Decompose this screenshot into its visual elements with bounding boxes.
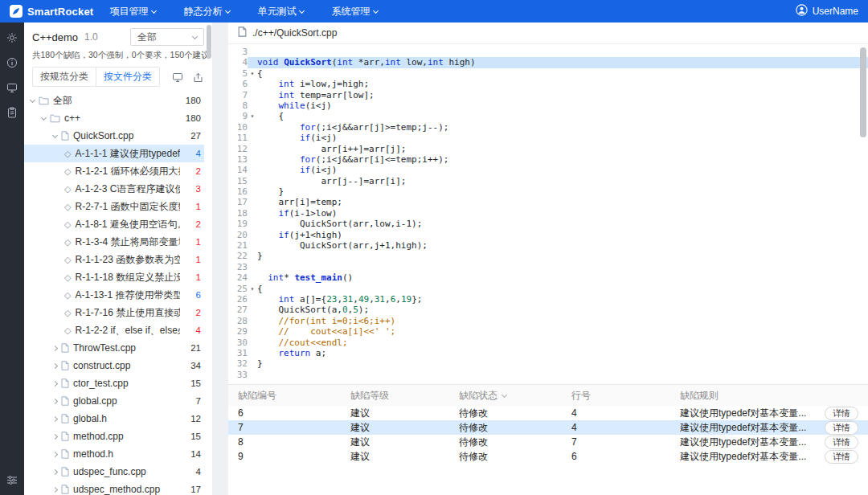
column-header-status[interactable]: 缺陷状态 xyxy=(459,389,571,403)
tree-item-file[interactable]: QuickSort.cpp27 xyxy=(24,127,204,145)
fold-icon[interactable]: ▾ xyxy=(248,68,257,79)
column-header-id: 缺陷编号 xyxy=(238,389,350,403)
tab-by-file[interactable]: 按文件分类 xyxy=(96,68,159,86)
defect-row[interactable]: 9建议待修改6建议使用typedef对基本变量...详情 xyxy=(228,449,868,464)
gear-icon[interactable] xyxy=(6,32,18,43)
detail-button[interactable]: 详情 xyxy=(825,450,858,464)
expand-icon[interactable] xyxy=(52,362,58,368)
defect-row[interactable]: 7建议待修改4建议使用typedef对基本变量...详情 xyxy=(228,420,868,435)
nav-menu-2[interactable]: 单元测试 xyxy=(257,5,304,18)
line-number: 28 xyxy=(228,316,248,326)
defect-table-header: 缺陷编号缺陷等级缺陷状态行号缺陷规则 xyxy=(228,385,868,406)
collapse-icon[interactable] xyxy=(41,114,47,120)
tree-item-label: ThrowTest.cpp xyxy=(73,342,180,354)
code-text: //for(int i=0;i<6;i++) xyxy=(257,316,868,326)
tree-item-label: udspec_func.cpp xyxy=(73,466,180,477)
tree-item-rule[interactable]: ◇R-1-1-23 函数参数表为空时，必1 xyxy=(24,251,204,268)
expand-icon[interactable] xyxy=(52,345,58,350)
expand-icon[interactable] xyxy=(52,486,58,492)
detail-button[interactable]: 详情 xyxy=(825,436,858,449)
code-text: if(i<j) xyxy=(257,165,868,175)
code-line: 10 for(;i<j&&arr[j]>=temp;j--); xyxy=(228,122,868,133)
fold-icon[interactable]: ▾ xyxy=(248,284,257,294)
tree-item-file[interactable]: ThrowTest.cpp21 xyxy=(24,339,204,357)
expand-icon[interactable] xyxy=(52,380,58,386)
tree-item-rule[interactable]: ◇R-1-2-2 if、else if、else必须用4 xyxy=(24,321,204,339)
expand-icon[interactable] xyxy=(52,468,58,474)
expand-icon[interactable] xyxy=(52,415,58,421)
tree-item-file[interactable]: global.h12 xyxy=(24,410,204,428)
nav-menu-0[interactable]: 项目管理 xyxy=(109,5,156,18)
fold-gutter xyxy=(248,338,257,348)
filter-caret-icon[interactable] xyxy=(502,391,507,397)
file-icon xyxy=(61,485,69,494)
tree-item-label: construct.cpp xyxy=(73,360,180,371)
defect-row[interactable]: 6建议待修改4建议使用typedef对基本变量...详情 xyxy=(228,406,868,420)
tree-item-file[interactable]: global.cpp7 xyxy=(24,392,204,410)
detail-button[interactable]: 详情 xyxy=(825,421,858,435)
tree-item-rule[interactable]: ◇A-1-13-1 推荐使用带类型前缀的6 xyxy=(24,286,204,304)
export-icon[interactable] xyxy=(193,72,204,83)
defect-count-badge: 1 xyxy=(180,272,201,282)
tree-item-rule[interactable]: ◇R-2-7-1 函数中固定长度数组变量1 xyxy=(24,198,204,215)
brand[interactable]: SmartRocket xyxy=(10,5,93,18)
code-text: { xyxy=(257,111,868,121)
tree-item-file[interactable]: method.h14 xyxy=(24,445,204,463)
nav-menu-1[interactable]: 静态分析 xyxy=(183,5,230,18)
line-number: 23 xyxy=(228,262,248,272)
rule-icon: ◇ xyxy=(64,149,71,159)
fold-gutter xyxy=(248,358,257,369)
info-icon[interactable] xyxy=(6,57,18,68)
monitor-icon[interactable] xyxy=(6,82,18,93)
tree-item-file[interactable]: ctor_test.cpp15 xyxy=(24,374,204,392)
tree-item-file[interactable]: method.cpp15 xyxy=(24,428,204,445)
tree-item-folder[interactable]: c++180 xyxy=(24,109,204,127)
fold-icon[interactable]: ▾ xyxy=(248,111,257,121)
user-menu[interactable]: UserName xyxy=(796,4,858,18)
line-number: 7 xyxy=(228,90,248,100)
line-number: 14 xyxy=(228,165,248,175)
code-editor[interactable]: 34void QuickSort(int *arr,int low,int hi… xyxy=(228,44,868,384)
cell-status: 待修改 xyxy=(459,436,571,449)
user-avatar-icon xyxy=(796,4,808,18)
clipboard-icon[interactable] xyxy=(6,107,18,118)
tree-item-rule[interactable]: ◇R-1-2-1 循环体必须用大括号括起2 xyxy=(24,162,204,180)
fold-gutter xyxy=(248,90,257,100)
tree-item-rule[interactable]: ◇A-1-8-1 避免使用空语句。2 xyxy=(24,215,204,233)
code-text: if(i<j) xyxy=(257,133,868,143)
detail-button[interactable]: 详情 xyxy=(825,407,858,420)
tree-item-folder[interactable]: 全部180 xyxy=(24,92,204,109)
expand-icon[interactable] xyxy=(52,433,58,439)
expand-icon[interactable] xyxy=(52,451,58,456)
sliders-icon[interactable] xyxy=(6,474,18,485)
defect-panel: C++demo 1.0 全部 共180个缺陷，30个强制，0个要求，150个建议… xyxy=(24,22,212,495)
collapse-icon[interactable] xyxy=(52,132,58,137)
defect-row[interactable]: 8建议待修改7建议使用typedef对基本变量...详情 xyxy=(228,435,868,449)
tree-item-rule[interactable]: ◇A-1-2-3 C语言程序建议使用标准3 xyxy=(24,180,204,198)
rule-icon: ◇ xyxy=(64,184,71,194)
tree-item-rule[interactable]: ◇R-1-1-18 数组定义禁止没有显式1 xyxy=(24,268,204,286)
tree-item-file[interactable]: construct.cpp34 xyxy=(24,357,204,374)
column-header-level: 缺陷等级 xyxy=(350,389,459,403)
expand-icon[interactable] xyxy=(52,398,58,403)
nav-menu-3[interactable]: 系统管理 xyxy=(331,5,378,18)
tree-item-rule[interactable]: ◇A-1-1-1 建议使用typedef对基本4 xyxy=(24,145,204,162)
tree-item-rule[interactable]: ◇R-1-7-16 禁止使用直接或间接自2 xyxy=(24,304,204,321)
cell-status: 待修改 xyxy=(459,407,571,420)
tree-scrollbar[interactable] xyxy=(207,25,211,59)
tab-by-standard[interactable]: 按规范分类 xyxy=(33,68,96,86)
tree-item-rule[interactable]: ◇R-1-3-4 禁止将局部变量地址做为1 xyxy=(24,233,204,251)
code-text: QuickSort(arr,j+1,high); xyxy=(257,240,868,251)
fold-gutter xyxy=(248,133,257,143)
collapse-icon[interactable] xyxy=(30,96,35,102)
filter-select[interactable]: 全部 xyxy=(130,28,204,46)
tree-item-label: method.h xyxy=(73,448,180,460)
report-monitor-icon[interactable] xyxy=(172,72,183,83)
workspace: C++demo 1.0 全部 共180个缺陷，30个强制，0个要求，150个建议… xyxy=(0,22,868,495)
defect-count-badge: 34 xyxy=(180,361,201,370)
tree-item-file[interactable]: udspec_func.cpp4 xyxy=(24,463,204,481)
user-name: UserName xyxy=(813,6,858,17)
tree-item-file[interactable]: udspec_method.cpp17 xyxy=(24,481,204,495)
code-text: if(j+1<high) xyxy=(257,230,868,240)
editor-scrollbar[interactable] xyxy=(860,47,866,137)
